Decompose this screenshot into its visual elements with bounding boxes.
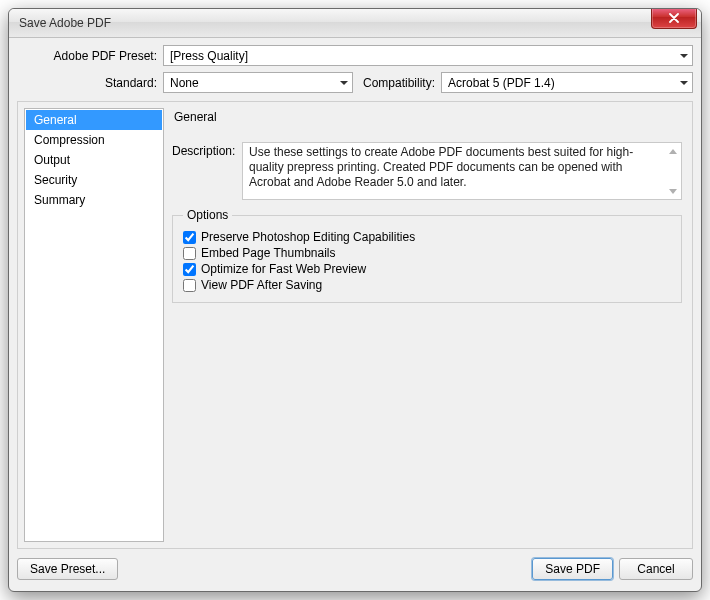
save-preset-button[interactable]: Save Preset... — [17, 558, 118, 580]
description-label: Description: — [172, 142, 242, 200]
option-label: View PDF After Saving — [201, 278, 322, 292]
content-area: General Description: Use these settings … — [170, 102, 692, 548]
option-embed-thumbnails[interactable]: Embed Page Thumbnails — [183, 246, 671, 260]
compat-combobox[interactable]: Acrobat 5 (PDF 1.4) — [441, 72, 693, 93]
scroll-down-button[interactable] — [667, 185, 679, 197]
category-sidebar: General Compression Output Security Summ… — [24, 108, 164, 542]
close-button[interactable] — [651, 8, 697, 29]
options-group: Options Preserve Photoshop Editing Capab… — [172, 208, 682, 303]
option-label: Embed Page Thumbnails — [201, 246, 336, 260]
triangle-up-icon — [669, 149, 677, 154]
options-legend: Options — [183, 208, 232, 222]
option-label: Optimize for Fast Web Preview — [201, 262, 366, 276]
checkbox-preserve-editing[interactable] — [183, 231, 196, 244]
dialog-save-adobe-pdf: Save Adobe PDF Adobe PDF Preset: [Press … — [8, 8, 702, 592]
sidebar-item-label: Output — [34, 153, 70, 167]
description-text: Use these settings to create Adobe PDF d… — [249, 145, 633, 189]
sidebar-item-label: Security — [34, 173, 77, 187]
standard-value: None — [170, 76, 199, 90]
checkbox-fast-web-preview[interactable] — [183, 263, 196, 276]
sidebar-item-compression[interactable]: Compression — [26, 130, 162, 150]
scroll-up-button[interactable] — [667, 145, 679, 157]
button-bar: Save Preset... Save PDF Cancel — [17, 555, 693, 583]
triangle-down-icon — [669, 189, 677, 194]
sidebar-item-general[interactable]: General — [26, 110, 162, 130]
sidebar-item-output[interactable]: Output — [26, 150, 162, 170]
save-pdf-button[interactable]: Save PDF — [532, 558, 613, 580]
preset-combobox[interactable]: [Press Quality] — [163, 45, 693, 66]
button-label: Cancel — [637, 562, 674, 576]
standard-label: Standard: — [17, 76, 163, 90]
sidebar-item-security[interactable]: Security — [26, 170, 162, 190]
main-panel: General Compression Output Security Summ… — [17, 101, 693, 549]
checkbox-embed-thumbnails[interactable] — [183, 247, 196, 260]
window-title: Save Adobe PDF — [19, 16, 111, 30]
chevron-down-icon — [340, 81, 348, 85]
checkbox-view-after-saving[interactable] — [183, 279, 196, 292]
cancel-button[interactable]: Cancel — [619, 558, 693, 580]
content-heading: General — [174, 110, 682, 124]
compat-value: Acrobat 5 (PDF 1.4) — [448, 76, 555, 90]
option-preserve-editing[interactable]: Preserve Photoshop Editing Capabilities — [183, 230, 671, 244]
description-textarea[interactable]: Use these settings to create Adobe PDF d… — [242, 142, 682, 200]
close-icon — [669, 13, 679, 23]
button-label: Save Preset... — [30, 562, 105, 576]
option-view-after-saving[interactable]: View PDF After Saving — [183, 278, 671, 292]
option-label: Preserve Photoshop Editing Capabilities — [201, 230, 415, 244]
option-fast-web-preview[interactable]: Optimize for Fast Web Preview — [183, 262, 671, 276]
preset-label: Adobe PDF Preset: — [17, 49, 163, 63]
chevron-down-icon — [680, 81, 688, 85]
sidebar-item-label: General — [34, 113, 77, 127]
sidebar-item-label: Summary — [34, 193, 85, 207]
button-label: Save PDF — [545, 562, 600, 576]
preset-value: [Press Quality] — [170, 49, 248, 63]
sidebar-item-summary[interactable]: Summary — [26, 190, 162, 210]
chevron-down-icon — [680, 54, 688, 58]
compat-label: Compatibility: — [353, 76, 441, 90]
sidebar-item-label: Compression — [34, 133, 105, 147]
standard-combobox[interactable]: None — [163, 72, 353, 93]
titlebar[interactable]: Save Adobe PDF — [9, 9, 701, 38]
